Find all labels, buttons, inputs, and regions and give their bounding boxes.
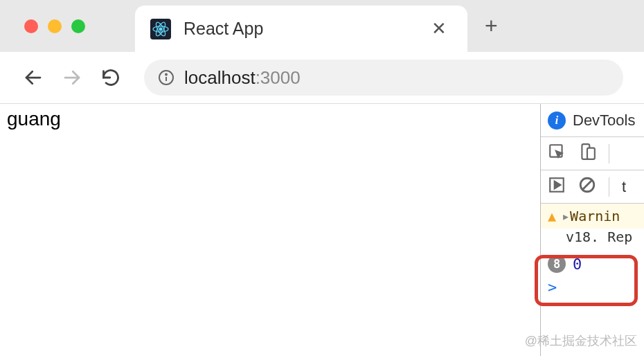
new-tab-button[interactable]: + <box>485 13 498 39</box>
site-info-icon[interactable] <box>158 69 175 86</box>
tab-title: React App <box>184 19 413 39</box>
svg-point-0 <box>159 28 162 30</box>
browser-toolbar: localhost:3000 <box>0 52 644 104</box>
url-text: localhost:3000 <box>184 67 301 89</box>
page-text: guang <box>7 108 61 130</box>
console-warning[interactable]: ▲ ▸Warnin <box>541 204 644 229</box>
reload-button[interactable] <box>98 65 123 90</box>
devtools-inspect-bar <box>541 137 644 170</box>
devtools-header: i DevTools <box>541 104 644 137</box>
back-button[interactable] <box>21 65 46 90</box>
console-log-line[interactable]: 8 0 <box>541 249 644 278</box>
minimize-window-button[interactable] <box>48 19 62 33</box>
clear-icon[interactable] <box>578 176 596 197</box>
watermark: @稀土掘金技术社区 <box>525 332 637 349</box>
repeat-count-badge: 8 <box>548 255 566 273</box>
svg-point-8 <box>166 74 167 75</box>
forward-button[interactable] <box>60 65 84 90</box>
devtools-title: DevTools <box>573 112 635 130</box>
warning-icon: ▲ <box>548 208 556 224</box>
page-content: guang <box>0 104 540 356</box>
play-icon[interactable] <box>548 176 566 197</box>
info-icon: i <box>548 112 566 130</box>
device-toggle-icon[interactable] <box>578 143 596 164</box>
maximize-window-button[interactable] <box>71 19 85 33</box>
address-bar[interactable]: localhost:3000 <box>144 60 623 96</box>
close-window-button[interactable] <box>24 19 38 33</box>
svg-marker-13 <box>555 181 561 189</box>
traffic-lights <box>24 19 85 33</box>
warning-text: Warnin <box>570 208 620 224</box>
svg-rect-11 <box>587 148 595 159</box>
console-prompt[interactable]: > <box>541 278 644 301</box>
react-favicon <box>150 19 171 39</box>
svg-line-15 <box>583 181 592 190</box>
warning-subtext: v18. Rep <box>541 229 644 249</box>
browser-tab[interactable]: React App ✕ <box>135 6 467 52</box>
tab-close-button[interactable]: ✕ <box>426 15 452 42</box>
devtools-panel: i DevTools t ▲ ▸Warnin v18. Rep <box>540 104 644 356</box>
element-picker-icon[interactable] <box>548 143 566 164</box>
window-titlebar: React App ✕ + <box>0 0 644 52</box>
console-value: 0 <box>573 256 582 273</box>
toolbar-trailing-text: t <box>622 178 626 196</box>
devtools-console-bar: t <box>541 170 644 204</box>
